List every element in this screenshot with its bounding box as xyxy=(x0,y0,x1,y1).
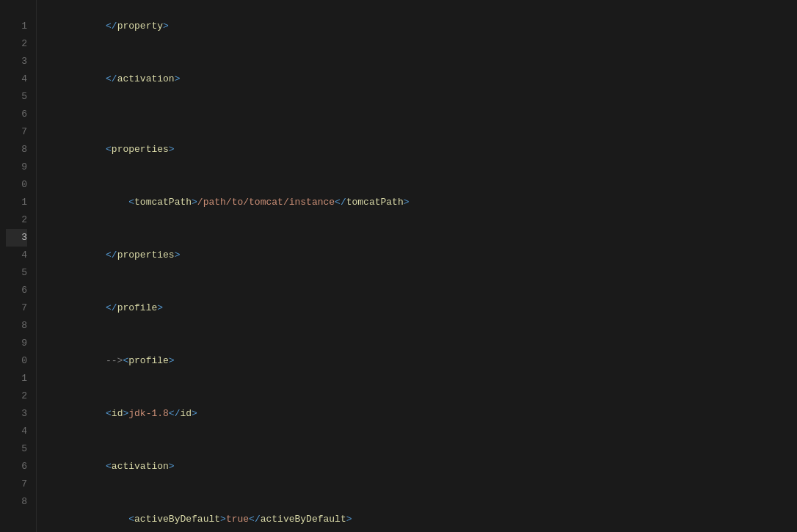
code-line-9: <activation> xyxy=(48,440,797,493)
line-num-6: 6 xyxy=(6,106,27,123)
line-num-10: 0 xyxy=(6,176,27,194)
line-num-28: 8 xyxy=(6,493,27,511)
code-line-blank0: </property> xyxy=(48,0,797,53)
code-line-1: </activation> xyxy=(48,53,797,106)
code-line-2 xyxy=(48,106,797,123)
code-line-8: <id>jdk-1.8</id> xyxy=(48,387,797,440)
code-line-7: --><profile> xyxy=(48,335,797,387)
line-num-23: 3 xyxy=(6,405,27,423)
line-num-26: 6 xyxy=(6,458,27,475)
line-num-5: 5 xyxy=(6,88,27,106)
line-num-15: 5 xyxy=(6,264,27,282)
line-num-27: 7 xyxy=(6,475,27,493)
code-line-3: <properties> xyxy=(48,123,797,176)
line-num-21: 1 xyxy=(6,370,27,387)
line-num-25: 5 xyxy=(6,440,27,458)
line-num-19: 9 xyxy=(6,335,27,352)
code-line-6: </profile> xyxy=(48,282,797,335)
line-num-24: 4 xyxy=(6,423,27,440)
line-num-12: 2 xyxy=(6,211,27,229)
code-line-5: </properties> xyxy=(48,229,797,282)
line-num-16: 6 xyxy=(6,282,27,299)
line-num-3: 3 xyxy=(6,53,27,70)
line-num-7: 7 xyxy=(6,123,27,141)
line-num-22: 2 xyxy=(6,387,27,405)
line-num-4: 4 xyxy=(6,70,27,88)
line-num-2: 2 xyxy=(6,35,27,53)
code-line-4: <tomcatPath>/path/to/tomcat/instance</to… xyxy=(48,176,797,229)
code-line-10: <activeByDefault>true</activeByDefault> xyxy=(48,493,797,532)
line-num-11: 1 xyxy=(6,194,27,211)
line-num-1: 1 xyxy=(6,18,27,35)
line-num-14: 4 xyxy=(6,247,27,264)
line-num-17: 7 xyxy=(6,299,27,317)
line-num-13: 3 xyxy=(6,229,27,247)
line-num-20: 0 xyxy=(6,352,27,370)
line-num-9: 9 xyxy=(6,158,27,176)
line-numbers: 1 2 3 4 5 6 7 8 9 0 1 2 3 4 5 6 7 8 9 0 … xyxy=(0,0,37,532)
line-num-blank xyxy=(6,0,27,18)
line-num-8: 8 xyxy=(6,141,27,158)
code-editor: 1 2 3 4 5 6 7 8 9 0 1 2 3 4 5 6 7 8 9 0 … xyxy=(0,0,797,532)
line-num-18: 8 xyxy=(6,317,27,335)
code-content: </property> </activation> <properties> <… xyxy=(37,0,797,532)
